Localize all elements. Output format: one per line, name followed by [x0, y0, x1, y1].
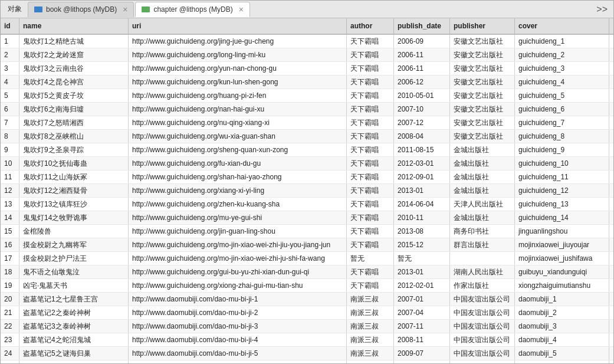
table-row[interactable]: 17摸金校尉之护尸法王http://www.guichuideng.org/mo…: [1, 252, 613, 265]
cell-name: 鬼吹灯2之龙岭迷窟: [19, 48, 129, 61]
cell-publisher: 安徽文艺出版社: [450, 116, 515, 129]
cell-author: 天下霸唱: [347, 198, 394, 211]
tab-chapter-close[interactable]: ×: [239, 5, 244, 14]
cell-author: 天下霸唱: [347, 103, 394, 116]
cell-name: 凶宅·鬼墓天书: [19, 279, 129, 292]
main-window: 对象 book @lithops (MyDB) × chapter @litho…: [0, 0, 614, 364]
cell-date: 2007-01: [394, 293, 450, 306]
cell-publisher: 中国友谊出版公司: [450, 333, 515, 346]
cell-cover: guichuideng_3: [515, 62, 609, 75]
table-row[interactable]: 23盗墓笔记4之蛇沼鬼城http://www.daomubiji.com/dao…: [1, 333, 613, 347]
table-row[interactable]: 10鬼吹灯10之抚仙毒蛊http://www.guichuideng.org/f…: [1, 157, 613, 170]
cell-author: 天下霸唱: [347, 48, 394, 61]
cell-author: 天下霸唱: [347, 238, 394, 251]
table-row[interactable]: 12鬼吹灯12之湘西疑骨http://www.guichuideng.org/x…: [1, 184, 613, 198]
cell-cover: daomubiji_5: [515, 347, 609, 360]
cell-name: 鬼吹灯10之抚仙毒蛊: [19, 157, 129, 170]
table-row[interactable]: 18鬼不语之仙墩鬼泣http://www.guichuideng.org/gui…: [1, 265, 613, 279]
col-header-cover: cover: [515, 18, 609, 34]
cell-publisher: 安徽文艺出版社: [450, 48, 515, 61]
cell-cover: guichuideng_7: [515, 116, 609, 129]
cell-publisher: [450, 252, 515, 265]
cell-publisher: 天津人民出版社: [450, 198, 515, 211]
cell-author: 南派三叔: [347, 347, 394, 360]
table-row[interactable]: 3鬼吹灯3之云南虫谷http://www.guichuideng.org/yun…: [1, 62, 613, 76]
cell-id: 23: [1, 333, 19, 346]
cell-id: 18: [1, 265, 19, 278]
table-row[interactable]: 25盗墓笔记6之阴山古楼http://www.daomubiji.com/dao…: [1, 360, 613, 363]
table-row[interactable]: 6鬼吹灯6之南海归墟http://www.guichuideng.org/nan…: [1, 103, 613, 116]
cell-date: 2006-12: [394, 76, 450, 88]
cell-uri: http://www.guichuideng.org/jin-guan-ling…: [129, 225, 347, 238]
cell-publisher: 安徽文艺出版社: [450, 89, 515, 102]
table-row[interactable]: 11鬼吹灯11之山海妖冢http://www.guichuideng.org/s…: [1, 170, 613, 184]
cell-uri: http://www.daomubiji.com/dao-mu-bi-ji-5: [129, 347, 347, 360]
cell-uri: http://www.guichuideng.org/xiong-zhai-gu…: [129, 279, 347, 292]
col-header-uri: uri: [129, 18, 347, 34]
cell-name: 盗墓笔记3之泰岭神树: [19, 320, 129, 333]
cell-date: 2006-11: [394, 48, 450, 61]
cell-cover: xiongzhaiguimutianshu: [515, 279, 609, 292]
cell-name: 鬼吹灯7之怒晴湘西: [19, 116, 129, 129]
table-row[interactable]: 20盗墓笔记1之七星鲁王宫http://www.daomubiji.com/da…: [1, 293, 613, 306]
cell-uri: http://www.guichuideng.org/mu-ye-gui-shi: [129, 211, 347, 224]
cell-uri: http://www.guichuideng.org/long-ling-mi-…: [129, 48, 347, 61]
cell-publisher: 安徽文艺出版社: [450, 76, 515, 88]
cell-publisher: 安徽文艺出版社: [450, 35, 515, 48]
table-row[interactable]: 8鬼吹灯8之巫峡棺山http://www.guichuideng.org/wu-…: [1, 130, 613, 143]
table-row[interactable]: 9鬼吹灯9之圣泉寻踪http://www.guichuideng.org/she…: [1, 143, 613, 157]
table-row[interactable]: 4鬼吹灯4之昆仑神宫http://www.guichuideng.org/kun…: [1, 76, 613, 89]
cell-cover: daomubiji_1: [515, 293, 609, 306]
table-row[interactable]: 14鬼鬼灯14之牧野诡事http://www.guichuideng.org/m…: [1, 211, 613, 225]
tab-chapter[interactable]: chapter @lithops (MyDB) ×: [135, 2, 249, 17]
tab-book[interactable]: book @lithops (MyDB) ×: [28, 2, 134, 17]
cell-id: 12: [1, 184, 19, 197]
cell-date: 2015-12: [394, 238, 450, 251]
table-row[interactable]: 1鬼吹灯1之精绝古城http://www.guichuideng.org/jin…: [1, 35, 613, 48]
table-row[interactable]: 13鬼吹灯13之镇库狂沙http://www.guichuideng.org/z…: [1, 198, 613, 211]
table-row[interactable]: 16摸金校尉之九幽将军http://www.guichuideng.org/mo…: [1, 238, 613, 252]
cell-name: 鬼吹灯4之昆仑神宫: [19, 76, 129, 88]
tab-book-label: book @lithops (MyDB): [46, 5, 117, 14]
cell-cover: guichuideng_10: [515, 157, 609, 170]
cell-name: 鬼吹灯5之黄皮子坟: [19, 89, 129, 102]
table-row[interactable]: 22盗墓笔记3之泰岭神树http://www.daomubiji.com/dao…: [1, 320, 613, 333]
cell-name: 盗墓笔记2之秦岭神树: [19, 306, 129, 319]
cell-publisher: 中国友谊出版公司: [450, 293, 515, 306]
cell-uri: http://www.daomubiji.com/dao-mu-bi-ji-2: [129, 306, 347, 319]
cell-publisher: 金城出版社: [450, 211, 515, 224]
table-row[interactable]: 15金棺陵兽http://www.guichuideng.org/jin-gua…: [1, 225, 613, 238]
cell-uri: http://www.guichuideng.org/nu-qing-xiang…: [129, 116, 347, 129]
table-row[interactable]: 24盗墓笔记5之谜海归巢http://www.daomubiji.com/dao…: [1, 347, 613, 360]
cell-id: 17: [1, 252, 19, 265]
tab-book-close[interactable]: ×: [123, 5, 127, 14]
table-row[interactable]: 5鬼吹灯5之黄皮子坟http://www.guichuideng.org/hua…: [1, 89, 613, 103]
table-body: 1鬼吹灯1之精绝古城http://www.guichuideng.org/jin…: [1, 35, 613, 363]
cell-publisher: 中国友谊出版公司: [450, 320, 515, 333]
cell-id: 21: [1, 306, 19, 319]
cell-uri: http://www.daomubiji.com/dao-mu-bi-ji-1: [129, 293, 347, 306]
cell-name: 金棺陵兽: [19, 225, 129, 238]
col-header-id: id: [1, 18, 19, 34]
cell-cover: mojinxiaowei_jushifawa: [515, 252, 609, 265]
cell-cover: daomubiji_4: [515, 333, 609, 346]
table-row[interactable]: 7鬼吹灯7之怒晴湘西http://www.guichuideng.org/nu-…: [1, 116, 613, 130]
cell-id: 20: [1, 293, 19, 306]
cell-id: 16: [1, 238, 19, 251]
cell-date: 2010-01: [394, 360, 450, 363]
cell-author: 天下霸唱: [347, 76, 394, 88]
cell-name: 鬼吹灯3之云南虫谷: [19, 62, 129, 75]
cell-uri: http://www.guichuideng.org/sheng-quan-xu…: [129, 143, 347, 156]
table-row[interactable]: 2鬼吹灯2之龙岭迷窟http://www.guichuideng.org/lon…: [1, 48, 613, 62]
cell-name: 鬼吹灯13之镇库狂沙: [19, 198, 129, 211]
cell-uri: http://www.guichuideng.org/xiang-xi-yi-l…: [129, 184, 347, 197]
table-icon-green: [142, 6, 150, 12]
cell-date: 2008-11: [394, 333, 450, 346]
cell-uri: http://www.guichuideng.org/yun-nan-chong…: [129, 62, 347, 75]
cell-name: 鬼吹灯12之湘西疑骨: [19, 184, 129, 197]
cell-uri: http://www.guichuideng.org/fu-xian-du-gu: [129, 157, 347, 170]
cell-cover: guibuyu_xiandunguiqi: [515, 265, 609, 278]
table-row[interactable]: 21盗墓笔记2之秦岭神树http://www.daomubiji.com/dao…: [1, 306, 613, 320]
tab-overflow[interactable]: >>: [593, 4, 611, 15]
table-row[interactable]: 19凶宅·鬼墓天书http://www.guichuideng.org/xion…: [1, 279, 613, 293]
